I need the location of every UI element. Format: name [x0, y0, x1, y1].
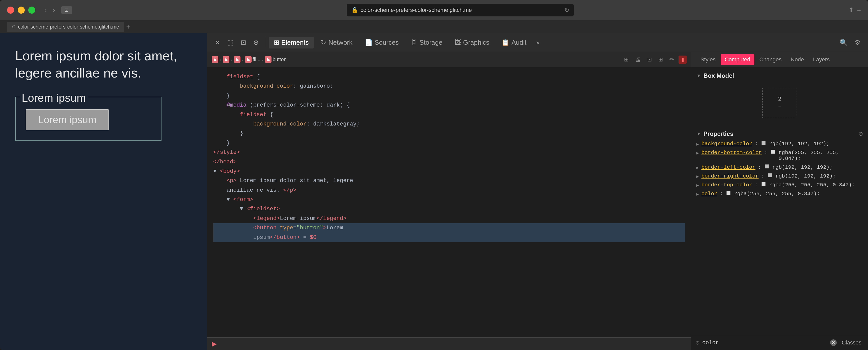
devtools-panel: ✕ ⬚ ⊡ ⊕ ⊞ Elements ↻ Network 📄 Sources: [207, 33, 868, 350]
property-name-2[interactable]: border-bottom-color: [702, 150, 762, 155]
devtools-close-button[interactable]: ✕: [212, 37, 223, 48]
property-name-4[interactable]: border-right-color: [702, 173, 759, 179]
property-name-5[interactable]: border-top-color: [702, 182, 752, 188]
tab-changes[interactable]: Changes: [755, 54, 785, 65]
back-button[interactable]: ‹: [42, 5, 49, 15]
breadcrumb-e-tag-2: E: [223, 56, 229, 63]
devtools-right-actions: 🔍 ⚙: [837, 37, 863, 48]
more-tabs-button[interactable]: »: [534, 37, 542, 48]
tab-computed[interactable]: Computed: [721, 54, 754, 65]
tab-graphics[interactable]: 🖼 Graphics: [450, 37, 494, 49]
fieldset-demo: Lorem ipsum Lorem ipsum: [15, 97, 161, 141]
new-tab-button[interactable]: +: [857, 6, 861, 14]
property-name-6[interactable]: color: [702, 191, 717, 197]
minimize-traffic-light[interactable]: [18, 6, 25, 13]
filter-clear-button[interactable]: ✕: [830, 340, 837, 346]
breadcrumb-item-2[interactable]: E: [223, 56, 229, 63]
breadcrumb-text-4: fil...: [253, 57, 260, 62]
tab-icon: C: [12, 24, 16, 30]
color-swatch-2[interactable]: [771, 150, 775, 154]
breadcrumb-item-1[interactable]: E: [212, 56, 218, 63]
property-value-1: rgb(192, 192, 192);: [769, 141, 863, 147]
property-colon-1: :: [755, 141, 758, 147]
tab-label: color-scheme-prefers-color-scheme.glitch…: [18, 24, 119, 30]
breadcrumb-text-5: button: [273, 57, 287, 62]
property-name-1[interactable]: background-color: [702, 141, 752, 147]
tab-audit[interactable]: 📋 Audit: [496, 37, 531, 49]
tab-storage[interactable]: 🗄 Storage: [406, 37, 447, 49]
breadcrumb-item-5[interactable]: E button: [265, 56, 287, 63]
breadcrumb-arrow-2: ›: [231, 57, 232, 62]
sidebar-toggle-button[interactable]: ⊡: [61, 6, 72, 14]
separator-1: [265, 38, 265, 47]
tab-network[interactable]: ↻ Network: [316, 37, 357, 49]
color-swatch-4[interactable]: [768, 173, 772, 177]
share-button[interactable]: ⬆: [848, 6, 854, 14]
code-line-4: @media (prefers-color-scheme: dark) {: [213, 100, 685, 110]
code-line-17: <button type="button">Lorem: [213, 223, 685, 233]
console-bar: ▶: [207, 338, 691, 350]
devtools-toolbar: ✕ ⬚ ⊡ ⊕ ⊞ Elements ↻ Network 📄 Sources: [207, 33, 868, 52]
property-row-border-bottom-color: ▶ border-bottom-color : rgba(255, 255, 2…: [696, 150, 863, 162]
tab-styles[interactable]: Styles: [696, 54, 720, 65]
active-tab[interactable]: C color-scheme-prefers-color-scheme.glit…: [7, 22, 124, 32]
fullscreen-traffic-light[interactable]: [28, 6, 35, 13]
demo-button[interactable]: Lorem ipsum: [26, 109, 109, 130]
property-row-color: ▶ color : rgba(255, 255, 255, 0.847);: [696, 191, 863, 197]
settings-button[interactable]: ⚙: [852, 37, 863, 48]
element-breadcrumb: E › E › E › E fil...: [207, 52, 691, 67]
property-arrow-2: ▶: [696, 150, 699, 155]
property-value-3: rgb(192, 192, 192);: [772, 165, 863, 170]
devtools-body: E › E › E › E fil...: [207, 52, 868, 350]
properties-settings-icon[interactable]: ⊙: [859, 130, 863, 137]
property-name-3[interactable]: border-left-color: [702, 165, 755, 170]
new-tab-plus-button[interactable]: +: [126, 23, 130, 31]
breadcrumb-arrow-3: ›: [242, 57, 244, 62]
code-line-3: }: [213, 91, 685, 100]
close-traffic-light[interactable]: [7, 6, 14, 13]
classes-button[interactable]: Classes: [839, 339, 864, 347]
breadcrumb-item-4[interactable]: E fil...: [245, 56, 260, 63]
breadcrumb-arrow-4: ›: [262, 57, 264, 62]
styles-content[interactable]: ▼ Box Model 2 –: [691, 67, 868, 335]
reload-button[interactable]: ↻: [564, 6, 569, 13]
crosshair-button[interactable]: ⊕: [251, 37, 261, 48]
breadcrumb-e-tag-3: E: [234, 56, 241, 63]
breadcrumb-tools: ⊞ 🖨 ⊡ ⊞ ✏ ▮: [622, 55, 687, 64]
property-arrow-1: ▶: [696, 142, 699, 147]
color-swatch-5[interactable]: [762, 182, 766, 186]
grid4-tool-button[interactable]: ⊞: [656, 55, 665, 64]
pen-tool-button[interactable]: ✏: [668, 55, 676, 64]
forward-button[interactable]: ›: [51, 5, 57, 15]
property-row-border-top-color: ▶ border-top-color : rgba(255, 255, 255,…: [696, 182, 863, 188]
print-tool-button[interactable]: 🖨: [633, 55, 643, 64]
color-swatch-6[interactable]: [726, 191, 731, 195]
color-swatch-1[interactable]: [762, 141, 766, 145]
breadcrumb-e-tag-5: E: [265, 56, 272, 63]
code-line-16: <legend>Lorem ipsum</legend>: [213, 214, 685, 223]
box-tool-button[interactable]: ⊡: [645, 55, 654, 64]
code-panel: E › E › E › E fil...: [207, 52, 691, 350]
audit-icon: 📋: [501, 39, 509, 47]
filter-input[interactable]: [702, 340, 828, 346]
box-model-title: Box Model: [704, 72, 734, 79]
fieldset-legend: Lorem ipsum: [20, 92, 88, 104]
tab-sources[interactable]: 📄 Sources: [360, 37, 404, 49]
box-model-diagram: 2 –: [762, 88, 797, 118]
address-bar[interactable]: 🔒 color-scheme-prefers-color-scheme.glit…: [347, 4, 574, 17]
device-mode-button[interactable]: ⊡: [238, 37, 249, 48]
breadcrumb-item-3[interactable]: E: [234, 56, 241, 63]
search-button[interactable]: 🔍: [837, 37, 850, 48]
sources-icon: 📄: [365, 39, 373, 47]
tab-layers[interactable]: Layers: [809, 54, 834, 65]
nav-buttons: ‹ ›: [42, 5, 57, 15]
tab-elements[interactable]: ⊞ Elements: [269, 37, 314, 49]
code-line-2: background-color: gainsboro;: [213, 82, 685, 91]
code-line-6: background-color: darkslategray;: [213, 119, 685, 129]
page-paragraph-text: Lorem ipsum dolor sit amet, legere ancil…: [15, 48, 192, 82]
tab-node[interactable]: Node: [787, 54, 808, 65]
code-area[interactable]: fieldset { background-color: gainsboro; …: [207, 67, 691, 338]
element-selector-button[interactable]: ⬚: [225, 37, 236, 48]
grid-tool-button[interactable]: ⊞: [622, 55, 630, 64]
color-swatch-3[interactable]: [765, 165, 769, 169]
